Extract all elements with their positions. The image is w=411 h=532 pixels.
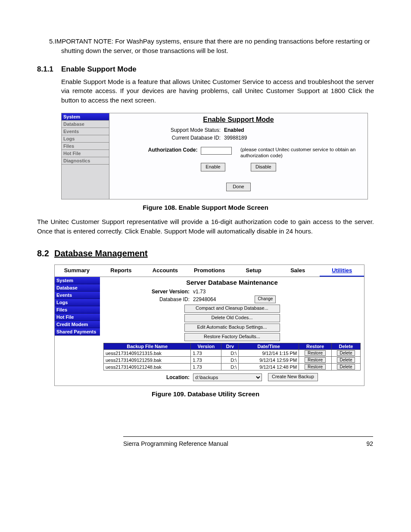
- col-drv: Drv: [221, 343, 239, 350]
- location-row: Location: d:\backups Create New Backup: [103, 373, 361, 381]
- sidebar-item-database[interactable]: Database: [55, 284, 100, 292]
- sidebar-item-sharedpayments[interactable]: Shared Payments: [55, 328, 100, 336]
- button-row: Enable Disable: [114, 163, 363, 171]
- create-backup-button[interactable]: Create New Backup: [268, 373, 318, 381]
- tab-summary[interactable]: Summary: [55, 265, 99, 277]
- status-value: Enabled: [224, 127, 244, 133]
- delete-button[interactable]: Delete: [337, 350, 355, 356]
- sidebar-item-diagnostics[interactable]: Diagnostics: [62, 157, 109, 165]
- list-text: IMPORTANT NOTE: For WashPay systems, ens…: [55, 37, 370, 54]
- sidebar-item-files[interactable]: Files: [55, 306, 100, 314]
- sidebar-item-files[interactable]: Files: [62, 143, 109, 150]
- cell-datetime: 9/12/14 12:59 PM: [239, 357, 299, 364]
- tab-accounts[interactable]: Accounts: [143, 265, 187, 277]
- delete-codes-button[interactable]: Delete Old Codes...: [184, 314, 280, 322]
- cell-filename: uess21731409121259.bak: [104, 357, 191, 364]
- table-row: uess21731409121248.bak 1.73 D:\ 9/12/14 …: [104, 364, 361, 370]
- restore-button[interactable]: Restore: [305, 364, 326, 370]
- sidebar-item-database[interactable]: Database: [62, 121, 109, 128]
- disable-button[interactable]: Disable: [251, 163, 276, 171]
- col-restore: Restore: [299, 343, 332, 350]
- auth-label: Authorization Code:: [114, 147, 201, 153]
- sidebar-item-hotfile[interactable]: Hot File: [62, 150, 109, 157]
- database-id-label: Database ID:: [103, 296, 193, 302]
- fig108-main: Enable Support Mode Support Mode Status:…: [109, 113, 367, 199]
- table-row: uess21731409121315.bak 1.73 D:\ 9/12/14 …: [104, 350, 361, 357]
- cell-drv: D:\: [221, 357, 239, 364]
- paragraph-after-108: The Unitec Customer Support representati…: [37, 217, 374, 236]
- heading-811: 8.1.1Enable Support Mode: [37, 65, 374, 74]
- fig108-title: Enable Support Mode: [114, 116, 363, 124]
- figure-108-caption: Figure 108. Enable Support Mode Screen: [37, 204, 374, 211]
- auth-code-input[interactable]: [201, 147, 232, 155]
- restore-button[interactable]: Restore: [305, 350, 326, 356]
- heading-82-title: Database Management: [54, 249, 148, 258]
- sidebar-item-system[interactable]: System: [55, 277, 100, 284]
- paragraph-811: Enable Support Mode is a feature that al…: [61, 77, 374, 105]
- delete-button[interactable]: Delete: [337, 357, 355, 363]
- fig108-sidebar: System Database Events Logs Files Hot Fi…: [62, 113, 109, 199]
- database-id-value: 22948064: [193, 296, 216, 302]
- col-version: Version: [191, 343, 221, 350]
- footer-title: Sierra Programming Reference Manual: [123, 440, 228, 447]
- heading-number: 8.1.1: [37, 65, 61, 74]
- fig109-main: Server Database Maintenance Server Versi…: [100, 277, 364, 386]
- fig109-sidebar: System Database Events Logs Files Hot Fi…: [55, 277, 100, 386]
- restore-button[interactable]: Restore: [305, 357, 326, 363]
- cell-drv: D:\: [221, 364, 239, 370]
- delete-button[interactable]: Delete: [337, 364, 355, 370]
- db-label: Current Database ID:: [114, 135, 224, 141]
- col-delete: Delete: [331, 343, 360, 350]
- tab-setup[interactable]: Setup: [231, 265, 276, 277]
- figure-109-caption: Figure 109. Database Utility Screen: [37, 390, 374, 398]
- tab-utilities[interactable]: Utilities: [320, 265, 364, 277]
- cell-filename: uess21731409121248.bak: [104, 364, 191, 370]
- change-button[interactable]: Change: [255, 296, 276, 303]
- server-version-value: v1.73: [193, 289, 206, 295]
- cell-datetime: 9/12/14 1:15 PM: [239, 350, 299, 357]
- location-select[interactable]: d:\backups: [193, 373, 262, 381]
- done-button[interactable]: Done: [226, 183, 250, 191]
- fig109-tabs: Summary Reports Accounts Promotions Setu…: [55, 265, 364, 277]
- db-value: 39988189: [224, 135, 247, 141]
- restore-defaults-button[interactable]: Restore Factory Defaults...: [184, 333, 280, 341]
- col-datetime: Date/Time: [239, 343, 299, 350]
- cell-filename: uess21731409121315.bak: [104, 350, 191, 357]
- list-item-5: 5.IMPORTANT NOTE: For WashPay systems, e…: [37, 37, 374, 56]
- sidebar-item-events[interactable]: Events: [55, 292, 100, 299]
- footer-page: 92: [366, 440, 373, 447]
- enable-button[interactable]: Enable: [201, 163, 225, 171]
- heading-title: Enable Support Mode: [61, 65, 137, 73]
- figure-109-screen: Summary Reports Accounts Promotions Setu…: [54, 264, 364, 386]
- cell-datetime: 9/12/14 12:48 PM: [239, 364, 299, 370]
- figure-108-screen: System Database Events Logs Files Hot Fi…: [61, 113, 368, 199]
- cell-version: 1.73: [191, 350, 221, 357]
- sidebar-item-events[interactable]: Events: [62, 128, 109, 135]
- backup-settings-button[interactable]: Edit Automatic Backup Settings...: [184, 324, 280, 332]
- fig109-title: Server Database Maintenance: [103, 279, 361, 286]
- heading-82-number: 8.2: [37, 249, 54, 258]
- status-label: Support Mode Status:: [114, 127, 224, 133]
- cell-drv: D:\: [221, 350, 239, 357]
- sidebar-item-system[interactable]: System: [62, 113, 109, 121]
- sidebar-item-hotfile[interactable]: Hot File: [55, 314, 100, 321]
- heading-82: 8.2Database Management: [37, 249, 374, 258]
- table-row: uess21731409121259.bak 1.73 D:\ 9/12/14 …: [104, 357, 361, 364]
- tab-sales[interactable]: Sales: [276, 265, 320, 277]
- server-version-label: Server Version:: [103, 289, 193, 295]
- sidebar-item-logs[interactable]: Logs: [62, 135, 109, 143]
- page-footer: Sierra Programming Reference Manual 92: [123, 436, 373, 447]
- list-number: 5.: [49, 37, 55, 45]
- cell-version: 1.73: [191, 357, 221, 364]
- col-filename: Backup File Name: [104, 343, 191, 350]
- tab-promotions[interactable]: Promotions: [187, 265, 232, 277]
- auth-note: (please contact Unitec customer service …: [240, 147, 363, 159]
- backup-table: Backup File Name Version Drv Date/Time R…: [103, 343, 361, 370]
- tab-reports[interactable]: Reports: [99, 265, 143, 277]
- compact-button[interactable]: Compact and Cleanup Database...: [184, 305, 280, 313]
- cell-version: 1.73: [191, 364, 221, 370]
- location-label: Location:: [103, 374, 193, 380]
- sidebar-item-logs[interactable]: Logs: [55, 299, 100, 306]
- sidebar-item-creditmodem[interactable]: Credit Modem: [55, 321, 100, 328]
